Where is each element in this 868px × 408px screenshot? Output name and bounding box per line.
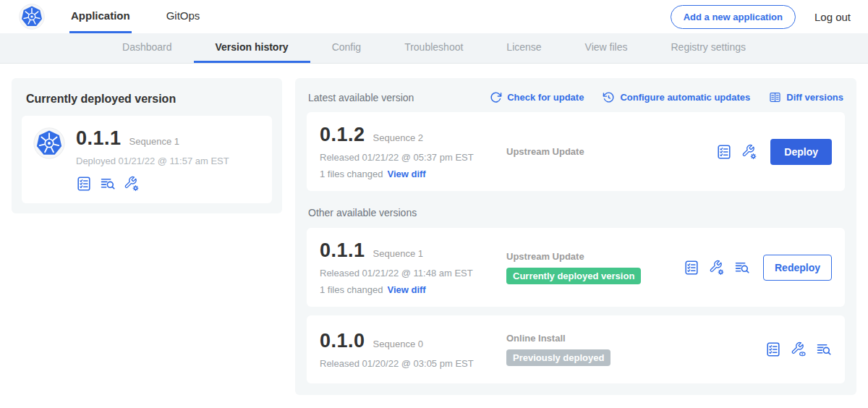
subnav-tab-version-history[interactable]: Version history bbox=[194, 33, 310, 63]
deployed-timestamp: Deployed 01/21/22 @ 11:57 am EST bbox=[76, 156, 229, 166]
files-changed-label: 1 files changed bbox=[320, 169, 383, 179]
released-timestamp: Released 01/21/22 @ 05:37 pm EST bbox=[320, 152, 506, 163]
version-source-label: Upstream Update bbox=[506, 146, 584, 157]
subnav-tab-registry-settings-label: Registry settings bbox=[671, 41, 746, 53]
other-available-heading: Other available versions bbox=[307, 191, 845, 228]
tab-gitops[interactable]: GitOps bbox=[165, 0, 202, 33]
tab-gitops-label: GitOps bbox=[166, 9, 200, 22]
released-timestamp: Released 01/20/22 @ 03:05 pm EST bbox=[320, 358, 506, 369]
preflight-checks-icon[interactable] bbox=[765, 341, 781, 357]
subnav-tab-config[interactable]: Config bbox=[310, 33, 383, 63]
configure-automatic-updates-label: Configure automatic updates bbox=[620, 92, 750, 103]
preflight-checks-icon[interactable] bbox=[684, 260, 699, 276]
version-number: 0.1.1 bbox=[320, 239, 365, 262]
sequence-label: Sequence 1 bbox=[373, 248, 423, 259]
auto-update-icon bbox=[603, 91, 615, 103]
currently-deployed-card: 0.1.1 Sequence 1 Deployed 01/21/22 @ 11:… bbox=[22, 116, 272, 203]
version-row-0-1-0: 0.1.0 Sequence 0 Released 01/20/22 @ 03:… bbox=[307, 315, 845, 383]
sequence-label: Sequence 2 bbox=[373, 132, 423, 143]
configure-automatic-updates-link[interactable]: Configure automatic updates bbox=[603, 91, 750, 103]
deployed-sequence-label: Sequence 1 bbox=[129, 136, 179, 147]
version-history-panel: Latest available version Check for updat… bbox=[295, 78, 856, 395]
edit-config-icon[interactable] bbox=[124, 176, 140, 192]
edit-config-icon[interactable] bbox=[709, 260, 725, 276]
add-application-button[interactable]: Add a new application bbox=[671, 5, 796, 29]
preflight-checks-icon[interactable] bbox=[76, 176, 92, 192]
app-icon bbox=[33, 127, 65, 192]
diff-versions-link[interactable]: Diff versions bbox=[769, 91, 843, 103]
app-subnav: Dashboard Version history Config Trouble… bbox=[0, 33, 868, 64]
released-timestamp: Released 01/21/22 @ 11:48 am EST bbox=[320, 268, 506, 279]
check-for-update-label: Check for update bbox=[507, 92, 584, 103]
deploy-button[interactable]: Deploy bbox=[770, 139, 832, 165]
previously-deployed-badge: Previously deployed bbox=[506, 349, 610, 366]
files-changed-label: 1 files changed bbox=[320, 284, 383, 295]
view-diff-link[interactable]: View diff bbox=[387, 284, 425, 295]
subnav-tab-dashboard-label: Dashboard bbox=[122, 41, 172, 53]
version-source-label: Upstream Update bbox=[506, 251, 584, 262]
header-tabs: Application GitOps bbox=[69, 0, 234, 33]
currently-deployed-panel: Currently deployed version 0.1.1 Sequenc… bbox=[12, 78, 282, 213]
deploy-logs-icon[interactable] bbox=[816, 341, 832, 357]
deploy-logs-icon[interactable] bbox=[734, 260, 750, 276]
currently-deployed-badge: Currently deployed version bbox=[506, 268, 641, 284]
sequence-label: Sequence 0 bbox=[373, 339, 423, 349]
latest-available-heading: Latest available version bbox=[308, 92, 414, 103]
view-diff-link[interactable]: View diff bbox=[387, 169, 425, 179]
version-number: 0.1.2 bbox=[320, 124, 365, 146]
view-config-icon[interactable] bbox=[791, 341, 807, 357]
subnav-tab-license-label: License bbox=[506, 41, 541, 53]
subnav-tab-config-label: Config bbox=[332, 41, 361, 53]
subnav-tab-registry-settings[interactable]: Registry settings bbox=[650, 33, 767, 63]
diff-versions-icon bbox=[769, 91, 781, 103]
version-row-0-1-2: 0.1.2 Sequence 2 Released 01/21/22 @ 05:… bbox=[307, 112, 845, 191]
version-number: 0.1.0 bbox=[320, 330, 365, 352]
subnav-tab-view-files-label: View files bbox=[585, 41, 628, 53]
tab-application[interactable]: Application bbox=[69, 0, 132, 33]
app-header: Application GitOps Add a new application… bbox=[0, 0, 868, 33]
logout-button[interactable]: Log out bbox=[814, 11, 851, 23]
preflight-checks-icon[interactable] bbox=[716, 144, 732, 160]
version-row-0-1-1: 0.1.1 Sequence 1 Released 01/21/22 @ 11:… bbox=[307, 228, 845, 307]
check-for-update-link[interactable]: Check for update bbox=[490, 91, 584, 103]
deploy-logs-icon[interactable] bbox=[100, 176, 116, 192]
redeploy-button[interactable]: Redeploy bbox=[763, 255, 832, 281]
refresh-icon bbox=[490, 91, 502, 103]
version-source-label: Online Install bbox=[506, 333, 566, 344]
subnav-tab-dashboard[interactable]: Dashboard bbox=[101, 33, 194, 63]
subnav-tab-troubleshoot[interactable]: Troubleshoot bbox=[383, 33, 485, 63]
subnav-tab-troubleshoot-label: Troubleshoot bbox=[404, 41, 463, 53]
subnav-tab-view-files[interactable]: View files bbox=[563, 33, 650, 63]
deployed-version-number: 0.1.1 bbox=[76, 127, 122, 150]
subnav-tab-license[interactable]: License bbox=[485, 33, 563, 63]
subnav-tab-version-history-label: Version history bbox=[216, 41, 289, 53]
diff-versions-label: Diff versions bbox=[786, 92, 843, 103]
currently-deployed-title: Currently deployed version bbox=[22, 90, 272, 116]
edit-config-icon[interactable] bbox=[741, 144, 757, 160]
kubernetes-logo bbox=[19, 0, 45, 33]
tab-application-label: Application bbox=[71, 9, 130, 22]
